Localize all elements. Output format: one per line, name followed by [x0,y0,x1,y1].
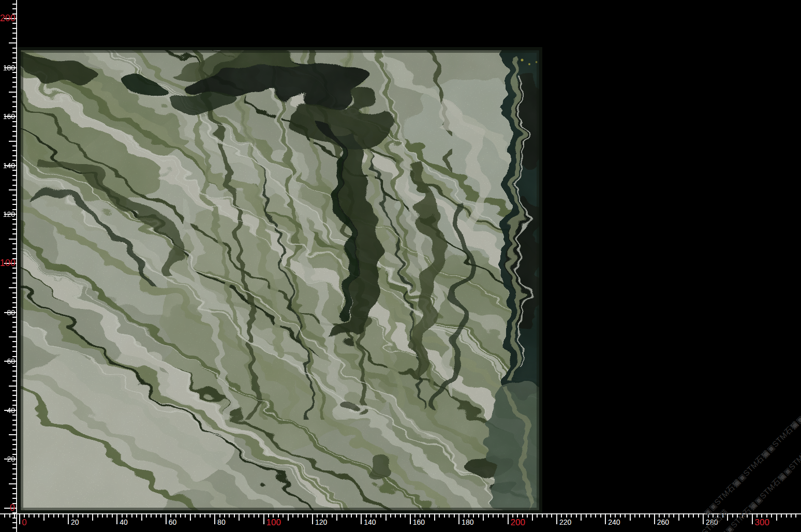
v-tick [12,420,17,421]
h-tick [107,513,108,518]
h-tick [561,513,562,518]
v-tick [12,478,17,479]
h-tick [19,513,20,524]
h-tick [166,513,167,524]
h-tick [312,513,313,524]
v-tick [12,380,17,381]
h-tick [610,513,611,518]
h-tick [502,513,503,518]
h-tick [634,513,635,518]
h-tick [508,513,509,524]
h-tick [82,513,83,518]
v-tick [12,322,17,323]
h-tick [464,513,465,518]
h-tick [512,513,513,518]
h-tick [483,513,484,521]
h-tick [390,513,391,518]
h-tick [112,513,113,518]
h-ruler-label: 0 [22,518,27,528]
v-tick [12,126,17,127]
v-tick [12,522,17,523]
v-tick [12,185,17,186]
v-tick [12,474,17,475]
h-tick [586,513,587,518]
vertical-ruler-line [16,0,17,532]
h-tick [156,513,157,518]
h-tick [92,513,93,521]
v-ruler-label: 40 [0,406,15,415]
v-tick [12,204,17,205]
h-tick [146,513,147,518]
h-tick [38,513,39,518]
h-tick [4,513,5,518]
h-tick [400,513,401,518]
h-tick [200,513,201,518]
h-tick [454,513,455,518]
h-tick [151,513,152,518]
h-tick [332,513,333,518]
h-ruler-label: 20 [71,518,79,526]
h-ruler-label: 100 [266,518,281,528]
h-tick [493,513,494,518]
v-tick [12,439,17,440]
h-tick [292,513,293,518]
h-tick [28,513,29,518]
h-tick [600,513,601,518]
v-tick [9,483,17,484]
v-tick [12,38,17,39]
h-tick [307,513,308,518]
h-tick [160,513,161,518]
h-tick [771,513,772,518]
v-tick [12,371,17,372]
h-tick [566,513,567,518]
v-ruler-label: 160 [0,112,15,121]
h-tick [576,513,577,518]
v-tick [12,82,17,83]
v-tick [12,488,17,489]
h-tick [116,513,117,524]
v-tick [12,72,17,73]
h-ruler-label: 240 [608,518,620,526]
v-tick [12,390,17,391]
h-tick [488,513,489,518]
h-tick [78,513,79,518]
v-ruler-label: 0 [0,503,15,513]
v-tick [12,464,17,465]
h-tick [244,513,245,518]
h-tick [224,513,225,518]
h-tick [786,513,787,518]
v-ruler-label: 80 [0,308,15,317]
h-tick [581,513,582,521]
v-tick [12,155,17,156]
h-tick [97,513,98,518]
h-tick [366,513,367,518]
v-tick [12,199,17,200]
h-tick [219,513,220,518]
h-ruler-label: 80 [217,518,226,526]
v-tick [12,331,17,332]
h-tick [556,513,557,524]
h-tick [571,513,572,518]
h-tick [351,513,352,518]
h-tick [248,513,249,518]
h-tick [542,513,543,518]
v-ruler-label: 140 [0,161,15,170]
h-tick [410,513,411,524]
h-tick [791,513,792,518]
v-tick [9,239,17,240]
h-tick [204,513,205,518]
v-ruler-label: 20 [0,455,15,463]
h-tick [175,513,176,518]
v-tick [12,297,17,298]
v-tick [12,277,17,278]
v-tick [9,92,17,93]
h-tick [795,513,796,518]
h-tick [478,513,479,518]
h-ruler-label: 120 [315,518,327,526]
h-tick [537,513,538,518]
v-tick [12,248,17,249]
h-tick [527,513,528,518]
v-tick [9,42,17,43]
h-ruler-label: 200 [511,518,525,528]
h-tick [288,513,289,521]
